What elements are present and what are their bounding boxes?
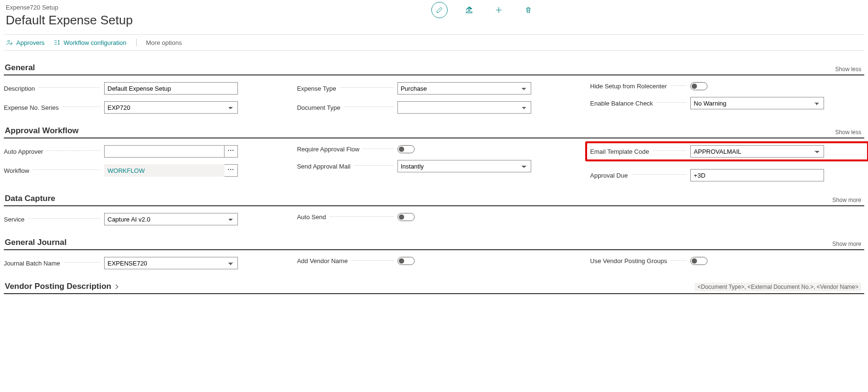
send-approval-mail-label: Send Approval Mail — [297, 163, 351, 170]
expense-no-series-label: Expense No. Series — [4, 104, 59, 111]
journal-batch-name-select[interactable]: EXPENSE720 — [104, 257, 238, 269]
workflow-icon — [53, 39, 61, 46]
workflow-label: Workflow — [4, 167, 29, 174]
expense-no-series-select[interactable]: EXP720 — [104, 101, 238, 114]
workflow-lookup-button[interactable]: ··· — [225, 164, 238, 177]
auto-send-toggle[interactable] — [397, 213, 415, 221]
show-less-general[interactable]: Show less — [835, 66, 863, 73]
document-type-label: Document Type — [297, 104, 341, 111]
show-more-general-journal[interactable]: Show more — [832, 241, 863, 247]
section-data-capture: Data Capture Show more Service Capture A… — [4, 194, 864, 225]
action-bar: Approvers Workflow configuration More op… — [4, 35, 864, 51]
service-select[interactable]: Capture AI v2.0 — [104, 213, 238, 225]
section-title-general: General — [5, 63, 35, 73]
use-vendor-posting-groups-toggle[interactable] — [690, 257, 707, 265]
expense-type-label: Expense Type — [297, 85, 336, 92]
hide-setup-label: Hide Setup from Rolecenter — [590, 83, 666, 90]
workflow-config-label: Workflow configuration — [64, 39, 126, 46]
section-title-data-capture: Data Capture — [5, 194, 55, 203]
svg-point-3 — [58, 43, 60, 45]
action-bar-divider — [136, 39, 137, 46]
section-title-general-journal: General Journal — [5, 238, 66, 247]
edit-button[interactable] — [431, 2, 448, 18]
require-approval-flow-toggle[interactable] — [397, 145, 415, 153]
enable-balance-label: Enable Balance Check — [590, 100, 653, 107]
vendor-posting-summary: <Document Type>, <External Document No.>… — [695, 283, 861, 291]
section-title-approval: Approval Workflow — [5, 126, 79, 136]
add-vendor-name-toggle[interactable] — [397, 257, 415, 265]
share-button[interactable] — [461, 2, 477, 18]
section-general: General Show less Description Expense No… — [4, 63, 864, 114]
new-button[interactable] — [491, 2, 507, 18]
workflow-config-action[interactable]: Workflow configuration — [53, 39, 126, 46]
description-label: Description — [4, 85, 35, 92]
require-approval-flow-label: Require Approval Flow — [297, 146, 360, 153]
section-general-journal: General Journal Show more Journal Batch … — [4, 238, 864, 269]
auto-approver-lookup-button[interactable]: ··· — [225, 145, 238, 158]
send-approval-mail-select[interactable]: Instantly — [397, 160, 531, 172]
auto-approver-input[interactable] — [104, 145, 225, 158]
approval-due-label: Approval Due — [590, 172, 628, 179]
auto-send-label: Auto Send — [297, 213, 326, 221]
expense-type-select[interactable]: Purchase — [397, 82, 531, 95]
email-template-code-select[interactable]: APPROVALMAIL — [690, 145, 824, 158]
approval-due-input[interactable] — [690, 169, 824, 181]
section-vendor-posting-description: Vendor Posting Description <Document Typ… — [4, 282, 864, 294]
add-vendor-name-label: Add Vendor Name — [297, 257, 348, 265]
approvers-action[interactable]: Approvers — [6, 39, 44, 46]
description-input[interactable] — [104, 82, 238, 95]
section-approval-workflow: Approval Workflow Show less Auto Approve… — [4, 126, 864, 181]
more-options-action[interactable]: More options — [146, 39, 182, 46]
delete-button[interactable] — [520, 2, 536, 18]
email-template-code-label: Email Template Code — [590, 148, 649, 155]
show-more-data-capture[interactable]: Show more — [832, 197, 863, 203]
user-settings-icon — [6, 39, 13, 46]
approvers-label: Approvers — [16, 39, 44, 46]
hide-setup-toggle[interactable] — [690, 82, 707, 90]
email-template-highlight: Email Template Code APPROVALMAIL — [585, 141, 868, 161]
show-less-approval[interactable]: Show less — [835, 129, 863, 136]
svg-point-2 — [58, 40, 60, 42]
workflow-input[interactable] — [104, 164, 225, 177]
journal-batch-name-label: Journal Batch Name — [4, 260, 60, 267]
auto-approver-label: Auto Approver — [4, 148, 43, 155]
svg-point-1 — [11, 43, 12, 44]
enable-balance-select[interactable]: No Warning — [690, 97, 824, 109]
svg-point-0 — [8, 40, 10, 42]
section-title-vendor-posting[interactable]: Vendor Posting Description — [5, 282, 118, 291]
document-type-select[interactable] — [397, 101, 531, 114]
use-vendor-posting-groups-label: Use Vendor Posting Groups — [590, 257, 667, 265]
service-label: Service — [4, 216, 24, 223]
